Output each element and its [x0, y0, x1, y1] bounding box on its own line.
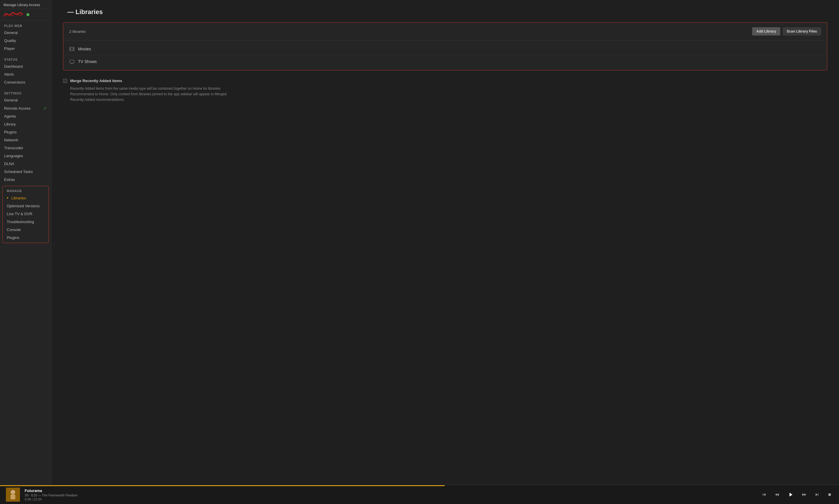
stop-button[interactable]: [826, 491, 833, 498]
skip-back-button[interactable]: [760, 491, 768, 499]
main-content: — Libraries 2 libraries Add Library Scan…: [51, 0, 839, 485]
status-label: Status: [0, 57, 51, 62]
libraries-card-header: 2 libraries Add Library Scan Library Fil…: [63, 22, 827, 40]
libraries-count: 2 libraries: [69, 29, 86, 34]
remote-access-check-icon: ✓: [44, 106, 47, 110]
svg-rect-5: [11, 494, 15, 499]
sidebar-item-dashboard[interactable]: Dashboard: [0, 62, 51, 70]
page-title-text: Libraries: [75, 8, 103, 16]
merge-description: Recently Added items from the same media…: [70, 86, 240, 103]
player-progress-bar: [0, 485, 445, 486]
library-item-movies[interactable]: Movies: [63, 43, 827, 55]
sidebar-item-remote-access[interactable]: Remote Access ✓: [0, 104, 51, 112]
manage-section: Manage Libraries Optimized Versions Live…: [2, 186, 49, 243]
libraries-card: 2 libraries Add Library Scan Library Fil…: [63, 22, 827, 70]
merge-row: Merge Recently Added items: [63, 78, 827, 83]
svg-point-4: [11, 490, 15, 494]
sidebar-item-plugins-manage[interactable]: Plugins: [3, 234, 48, 241]
rewind-button[interactable]: [773, 491, 781, 499]
skip-forward-button[interactable]: [813, 491, 821, 499]
sidebar-item-conversions[interactable]: Conversions: [0, 78, 51, 86]
library-tvshows-name: TV Shows: [78, 59, 97, 64]
library-movies-name: Movies: [78, 47, 91, 51]
server-online-indicator: [27, 13, 29, 16]
app-body: Manage Library Access Plex Web General Q…: [0, 0, 839, 485]
scan-library-button[interactable]: Scan Library Files: [783, 27, 821, 35]
status-section: Status Dashboard Alerts Conversions: [0, 54, 51, 87]
add-library-button[interactable]: Add Library: [752, 27, 780, 35]
sidebar-item-plugins[interactable]: Plugins: [0, 128, 51, 136]
play-button[interactable]: [786, 490, 795, 499]
sidebar-top: Manage Library Access: [0, 0, 51, 9]
sidebar-item-optimized-versions[interactable]: Optimized Versions: [3, 202, 48, 210]
header-buttons: Add Library Scan Library Files: [752, 27, 821, 35]
sidebar-item-languages[interactable]: Languages: [0, 152, 51, 160]
player-controls: [760, 490, 833, 499]
library-list: Movies TV Shows: [63, 40, 827, 70]
sidebar-item-player-web[interactable]: Player: [0, 44, 51, 53]
plex-web-label: Plex Web: [0, 23, 51, 29]
settings-section: Settings General Remote Access ✓ Agents …: [0, 87, 51, 185]
player-show-title: Futurama: [25, 488, 756, 493]
sidebar-item-scheduled-tasks[interactable]: Scheduled Tasks: [0, 168, 51, 176]
server-logo: [3, 12, 24, 18]
plex-web-section: Plex Web General Quality Player: [0, 20, 51, 54]
tv-icon: [69, 59, 74, 64]
player-thumbnail-image: [6, 488, 20, 502]
sidebar-item-network[interactable]: Network: [0, 136, 51, 144]
film-icon: [69, 46, 74, 52]
merge-checkbox[interactable]: [63, 79, 67, 83]
sidebar-item-alerts[interactable]: Alerts: [0, 70, 51, 78]
sidebar-item-libraries[interactable]: Libraries: [3, 194, 48, 202]
svg-point-9: [14, 491, 14, 492]
sidebar-item-dlna[interactable]: DLNA: [0, 160, 51, 168]
merge-section: Merge Recently Added items Recently Adde…: [63, 77, 827, 104]
library-item-tvshows[interactable]: TV Shows: [63, 55, 827, 68]
player-time: 9:39 / 22:34: [25, 498, 756, 501]
manage-label: Manage: [3, 188, 48, 194]
svg-rect-2: [70, 60, 74, 63]
sidebar-item-console[interactable]: Console: [3, 226, 48, 234]
player-episode: S5 · E10 — The Farnsworth Parabox: [25, 493, 756, 497]
forward-button[interactable]: [800, 491, 808, 499]
sidebar-item-extras[interactable]: Extras: [0, 176, 51, 183]
sidebar-item-agents[interactable]: Agents: [0, 112, 51, 120]
player-thumbnail: [6, 488, 20, 502]
sidebar-item-transcoder[interactable]: Transcoder: [0, 144, 51, 152]
sidebar-item-quality-web[interactable]: Quality: [0, 37, 51, 44]
manage-library-access-link[interactable]: Manage Library Access: [3, 3, 40, 7]
player-bar: Futurama S5 · E10 — The Farnsworth Parab…: [0, 485, 839, 504]
merge-label: Merge Recently Added items: [70, 78, 122, 83]
sidebar-item-general-web[interactable]: General: [0, 29, 51, 37]
player-info: Futurama S5 · E10 — The Farnsworth Parab…: [25, 488, 756, 501]
sidebar-item-general-settings[interactable]: General: [0, 96, 51, 104]
sidebar: Manage Library Access Plex Web General Q…: [0, 0, 51, 485]
sidebar-item-live-tv-dvr[interactable]: Live TV & DVR: [3, 210, 48, 218]
svg-rect-1: [70, 47, 74, 51]
page-title-dash: —: [67, 8, 75, 16]
sidebar-item-troubleshooting[interactable]: Troubleshooting: [3, 218, 48, 226]
page-title: — Libraries: [63, 8, 827, 16]
sidebar-item-library[interactable]: Library: [0, 120, 51, 128]
svg-point-8: [12, 491, 12, 492]
server-row: [0, 9, 51, 20]
settings-label: Settings: [0, 90, 51, 96]
